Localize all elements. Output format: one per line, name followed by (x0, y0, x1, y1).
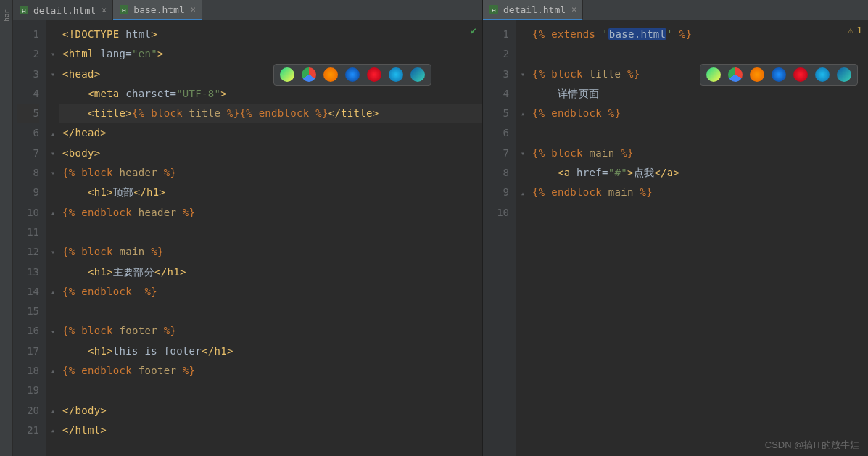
code-area-right[interactable]: ⚠ 1 {% extends 'base.html' %} {% block t… (529, 20, 868, 456)
left-tool-strip[interactable]: har (0, 0, 13, 456)
fold-marker[interactable]: ▴ (516, 183, 529, 202)
code-line[interactable]: <h1>this is footer</h1> (62, 341, 482, 361)
tab-detail-html[interactable]: Hdetail.html× (13, 0, 113, 20)
code-area-left[interactable]: ✔ <!DOCTYPE html><html lang="en"><head> … (59, 20, 482, 456)
line-number[interactable]: 6 (17, 123, 39, 143)
fold-marker[interactable] (516, 84, 529, 104)
fold-marker[interactable] (46, 381, 59, 400)
code-line[interactable] (532, 203, 868, 223)
inspection-ok-icon[interactable]: ✔ (471, 25, 476, 36)
code-line[interactable]: <body> (62, 144, 482, 163)
edge-icon[interactable] (410, 67, 425, 82)
line-number[interactable]: 7 (17, 144, 39, 163)
fold-marker[interactable] (516, 163, 529, 183)
line-number[interactable]: 3 (487, 65, 509, 84)
line-number[interactable]: 16 (17, 321, 39, 341)
line-number[interactable]: 15 (17, 302, 39, 321)
edge-icon[interactable] (837, 67, 851, 82)
line-number[interactable]: 8 (487, 163, 509, 183)
line-number[interactable]: 21 (17, 420, 39, 440)
line-number[interactable]: 14 (17, 282, 39, 302)
line-number[interactable]: 10 (17, 203, 39, 223)
code-line[interactable]: {% endblock %} (62, 282, 482, 302)
code-line[interactable]: {% endblock header %} (62, 203, 482, 223)
fold-marker[interactable] (46, 183, 59, 202)
code-line[interactable]: {% block header %} (62, 163, 482, 183)
line-number[interactable]: 9 (487, 183, 509, 202)
fold-marker[interactable] (46, 25, 59, 44)
close-icon[interactable]: × (191, 4, 196, 14)
code-line[interactable] (532, 123, 868, 143)
fold-marker[interactable] (46, 302, 59, 321)
line-number[interactable]: 1 (487, 25, 509, 44)
safari-icon[interactable] (772, 67, 786, 82)
fold-marker[interactable] (46, 84, 59, 104)
code-line[interactable] (62, 302, 482, 321)
safari-icon[interactable] (345, 67, 360, 82)
code-line[interactable]: 详情页面 (532, 84, 868, 104)
fold-marker[interactable]: ▾ (46, 65, 59, 84)
fold-marker[interactable] (46, 104, 59, 123)
code-line[interactable]: {% endblock footer %} (62, 361, 482, 381)
ie-icon[interactable] (815, 67, 830, 82)
firefox-icon[interactable] (323, 67, 338, 82)
fold-marker[interactable]: ▴ (46, 420, 59, 440)
code-line[interactable]: {% endblock %} (532, 104, 868, 123)
line-number[interactable]: 13 (17, 262, 39, 282)
opera-icon[interactable] (793, 67, 808, 82)
inspection-warning-badge[interactable]: ⚠ 1 (848, 25, 862, 36)
close-icon[interactable]: × (571, 4, 576, 14)
line-number[interactable]: 5 (17, 104, 39, 123)
code-line[interactable] (62, 381, 482, 400)
fold-marker[interactable]: ▴ (46, 361, 59, 381)
firefox-icon[interactable] (750, 67, 764, 82)
fold-marker[interactable] (516, 25, 529, 44)
chrome-icon[interactable] (728, 67, 743, 82)
code-line[interactable]: {% block main %} (62, 242, 482, 262)
fold-marker[interactable] (516, 44, 529, 64)
code-line[interactable]: {% block footer %} (62, 321, 482, 341)
fold-marker[interactable] (46, 262, 59, 282)
ie-icon[interactable] (389, 67, 403, 82)
fold-marker[interactable] (46, 341, 59, 361)
fold-marker[interactable]: ▴ (516, 104, 529, 123)
code-line[interactable] (532, 44, 868, 64)
line-number[interactable]: 4 (487, 84, 509, 104)
code-line[interactable] (62, 223, 482, 242)
fold-marker[interactable]: ▾ (46, 321, 59, 341)
code-line[interactable]: </head> (62, 123, 482, 143)
fold-marker[interactable]: ▾ (46, 163, 59, 183)
opera-icon[interactable] (367, 67, 381, 82)
code-line[interactable]: <a href="#">点我</a> (532, 163, 868, 183)
fold-marker[interactable]: ▾ (516, 65, 529, 84)
line-number[interactable]: 12 (17, 242, 39, 262)
line-number[interactable]: 9 (17, 183, 39, 202)
fold-marker[interactable]: ▾ (46, 144, 59, 163)
code-line[interactable]: <meta charset="UTF-8"> (62, 84, 482, 104)
close-icon[interactable]: × (102, 5, 107, 15)
line-number[interactable]: 8 (17, 163, 39, 183)
line-number[interactable]: 6 (487, 123, 509, 143)
line-number[interactable]: 11 (17, 223, 39, 242)
fold-marker[interactable] (516, 203, 529, 223)
line-number[interactable]: 10 (487, 203, 509, 223)
code-line[interactable]: </body> (62, 401, 482, 420)
line-number[interactable]: 19 (17, 381, 39, 400)
code-line[interactable]: <h1>主要部分</h1> (62, 262, 482, 282)
line-number[interactable]: 7 (487, 144, 509, 163)
fold-marker[interactable]: ▴ (46, 282, 59, 302)
line-number[interactable]: 5 (487, 104, 509, 123)
line-number[interactable]: 2 (17, 44, 39, 64)
pycharm-icon[interactable] (280, 67, 294, 82)
fold-marker[interactable] (46, 223, 59, 242)
fold-marker[interactable]: ▾ (516, 144, 529, 163)
fold-marker[interactable]: ▾ (46, 44, 59, 64)
tab-detail-html[interactable]: Hdetail.html× (483, 0, 583, 20)
code-line[interactable]: <!DOCTYPE html> (62, 25, 482, 44)
code-line[interactable]: {% endblock main %} (532, 183, 868, 202)
line-number[interactable]: 3 (17, 65, 39, 84)
line-number[interactable]: 18 (17, 361, 39, 381)
line-number[interactable]: 4 (17, 84, 39, 104)
code-line[interactable]: {% block main %} (532, 144, 868, 163)
fold-marker[interactable]: ▴ (46, 401, 59, 420)
